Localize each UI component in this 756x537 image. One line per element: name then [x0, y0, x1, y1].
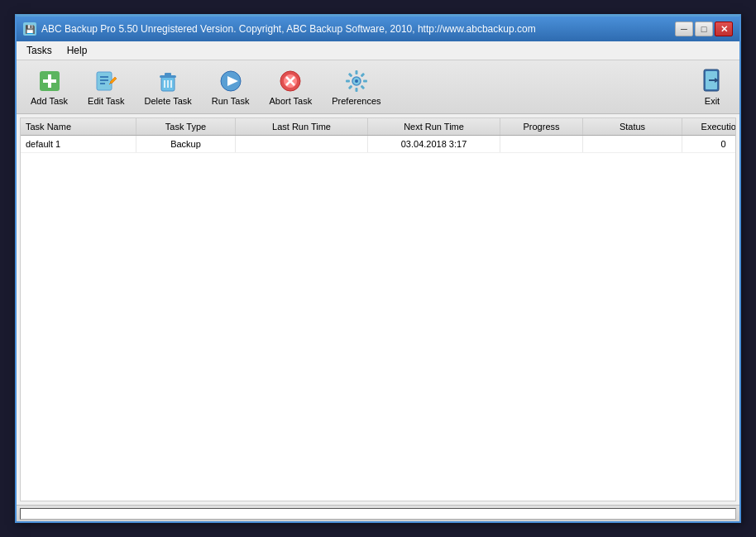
- delete-task-button[interactable]: Delete Task: [136, 64, 201, 110]
- col-last-run: Last Run Time: [236, 118, 368, 135]
- svg-point-22: [355, 79, 358, 83]
- add-task-label: Add Task: [31, 96, 68, 106]
- svg-rect-30: [348, 73, 353, 78]
- abort-task-label: Abort Task: [269, 96, 312, 106]
- content-area: Task Name Task Type Last Run Time Next R…: [20, 117, 736, 501]
- cell-next-run: 03.04.2018 3:17: [368, 136, 500, 152]
- edit-task-label: Edit Task: [88, 96, 124, 106]
- col-progress: Progress: [500, 118, 583, 135]
- title-bar: 💾 ABC Backup Pro 5.50 Unregistered Versi…: [17, 17, 739, 41]
- add-task-button[interactable]: Add Task: [22, 64, 77, 110]
- delete-task-label: Delete Task: [145, 96, 192, 106]
- status-bar-inner: [20, 508, 736, 520]
- svg-rect-3: [97, 72, 112, 90]
- svg-rect-23: [355, 70, 357, 74]
- maximize-button[interactable]: □: [695, 22, 713, 36]
- abort-task-button[interactable]: Abort Task: [260, 64, 321, 110]
- exit-icon: [699, 68, 725, 94]
- cell-progress: [500, 136, 583, 152]
- cell-task-name: default 1: [21, 136, 136, 152]
- toolbar: Add Task Edit Task: [17, 60, 739, 114]
- run-task-label: Run Task: [212, 96, 250, 106]
- svg-rect-24: [360, 73, 365, 78]
- delete-task-icon: [155, 68, 181, 94]
- cell-status: [583, 136, 682, 152]
- svg-rect-25: [363, 80, 367, 83]
- menu-help[interactable]: Help: [60, 43, 94, 58]
- col-next-run: Next Run Time: [368, 118, 500, 135]
- svg-rect-29: [346, 80, 350, 83]
- cell-executions: 0: [682, 136, 735, 152]
- preferences-label: Preferences: [332, 96, 380, 106]
- add-task-icon: [36, 68, 63, 94]
- table-body: default 1 Backup 03.04.2018 3:17 0 ✔: [21, 136, 735, 501]
- col-task-type: Task Type: [136, 118, 236, 135]
- app-icon: 💾: [23, 22, 36, 36]
- run-task-button[interactable]: Run Task: [203, 64, 259, 110]
- preferences-icon: [343, 68, 370, 94]
- edit-task-icon: [93, 68, 119, 94]
- title-controls: ─ □ ✕: [675, 22, 733, 36]
- svg-rect-28: [348, 85, 353, 90]
- col-task-name: Task Name: [21, 118, 136, 135]
- svg-rect-11: [165, 73, 171, 76]
- table-header: Task Name Task Type Last Run Time Next R…: [21, 118, 735, 136]
- edit-task-button[interactable]: Edit Task: [79, 64, 133, 110]
- preferences-button[interactable]: Preferences: [323, 64, 390, 110]
- exit-label: Exit: [705, 96, 720, 106]
- status-bar: [17, 505, 739, 521]
- main-window: 💾 ABC Backup Pro 5.50 Unregistered Versi…: [15, 14, 741, 523]
- exit-button[interactable]: Exit: [690, 64, 734, 110]
- col-status: Status: [583, 118, 682, 135]
- abort-task-icon: [277, 68, 304, 94]
- menu-bar: Tasks Help: [17, 41, 739, 60]
- minimize-button[interactable]: ─: [675, 22, 693, 36]
- col-executions: Executions: [682, 118, 736, 135]
- window-title: ABC Backup Pro 5.50 Unregistered Version…: [41, 23, 536, 35]
- menu-tasks[interactable]: Tasks: [20, 43, 59, 58]
- close-button[interactable]: ✕: [715, 22, 733, 36]
- run-task-icon: [218, 68, 244, 94]
- table-row[interactable]: default 1 Backup 03.04.2018 3:17 0 ✔: [21, 136, 735, 153]
- svg-rect-27: [355, 88, 357, 92]
- cell-last-run: [236, 136, 368, 152]
- svg-rect-26: [360, 85, 365, 90]
- svg-rect-2: [43, 79, 56, 83]
- cell-task-type: Backup: [136, 136, 236, 152]
- title-bar-left: 💾 ABC Backup Pro 5.50 Unregistered Versi…: [23, 22, 536, 36]
